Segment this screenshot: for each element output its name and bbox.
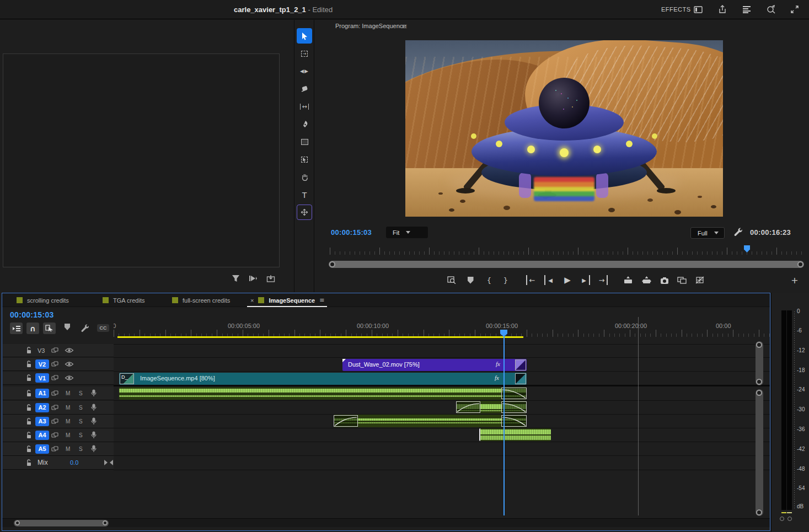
transition-in[interactable]: D_ (120, 373, 134, 384)
close-icon[interactable]: × (250, 297, 254, 304)
extract-icon[interactable] (641, 275, 651, 285)
panel-menu-icon[interactable]: ≡ (319, 297, 324, 304)
step-back-icon[interactable]: ◀ (544, 275, 554, 285)
mute-button[interactable]: M (66, 446, 70, 452)
audio-tracks-scrollbar[interactable] (756, 389, 763, 516)
audio-fade-out[interactable] (501, 388, 527, 399)
scrollbar-knob[interactable] (756, 342, 762, 348)
share-export-icon[interactable] (717, 4, 727, 14)
lock-icon[interactable] (26, 418, 32, 425)
lock-icon[interactable] (26, 390, 32, 397)
scrollbar-knob[interactable] (756, 379, 762, 385)
stacked-panels-icon[interactable] (742, 4, 752, 14)
voiceover-mic-icon[interactable] (91, 417, 97, 425)
ripple-edit-tool[interactable]: ◀▶ (297, 63, 312, 79)
mute-button[interactable]: M (66, 418, 70, 424)
transition-out[interactable] (515, 359, 526, 370)
lock-icon[interactable] (26, 347, 32, 354)
go-to-in-icon[interactable]: ← (526, 275, 536, 285)
solo-button[interactable]: S (79, 432, 83, 438)
scrollbar-knob[interactable] (756, 390, 762, 396)
lock-icon[interactable] (26, 404, 32, 411)
pen-tool[interactable] (297, 116, 312, 132)
lock-icon[interactable] (26, 445, 32, 453)
linked-selection-button[interactable] (43, 323, 56, 334)
sync-lock-icon[interactable] (51, 405, 58, 411)
fullscreen-icon[interactable] (790, 4, 800, 14)
program-scrubber[interactable] (330, 247, 804, 255)
track-target-badge[interactable]: V2 (35, 359, 49, 369)
track-target-badge[interactable]: V1 (35, 373, 49, 383)
nest-toggle-button[interactable] (10, 323, 23, 334)
track-select-forward-tool[interactable]: → (297, 46, 312, 61)
audio-fade-in[interactable] (456, 401, 480, 413)
scrollbar-knob[interactable] (756, 509, 762, 515)
sync-lock-icon[interactable] (51, 361, 58, 367)
lock-icon[interactable] (26, 432, 32, 439)
button-editor-plus-icon[interactable]: + (790, 275, 800, 285)
clip-dust-wave[interactable]: Dust_Wave_02.mov [75%] fx (342, 359, 527, 371)
keyframe-navigator-icon[interactable] (104, 460, 113, 465)
track-target-badge[interactable]: A5 (35, 444, 49, 454)
snap-toggle-button[interactable]: ∩ (26, 323, 39, 334)
sync-lock-icon[interactable] (51, 375, 58, 381)
video-tracks-scrollbar[interactable] (756, 341, 763, 385)
program-current-timecode[interactable]: 00:00:15:03 (331, 228, 372, 237)
program-video-frame[interactable] (405, 40, 723, 217)
export-frame-camera-icon[interactable] (660, 275, 669, 285)
playback-resolution-select[interactable]: Full (690, 227, 725, 239)
audio-fade-in[interactable] (334, 415, 358, 427)
panel-menu-icon[interactable]: ≡ (401, 22, 408, 30)
tab-tga-credits[interactable]: TGA credits (103, 293, 144, 307)
effects-workspace-label[interactable]: EFFECTS (661, 6, 691, 13)
zoom-level-select[interactable]: Fit (386, 227, 428, 238)
scrollbar-knob[interactable] (15, 520, 20, 525)
mark-out-icon[interactable]: } (501, 275, 511, 285)
voiceover-mic-icon[interactable] (91, 404, 97, 411)
mute-button[interactable]: M (66, 390, 70, 396)
add-marker-icon[interactable] (465, 275, 475, 285)
comparison-view-icon[interactable] (677, 275, 687, 285)
selection-tool[interactable] (297, 28, 312, 44)
mute-button[interactable]: M (66, 405, 70, 411)
toggle-track-output-eye-icon[interactable] (65, 375, 74, 381)
workspace-panel-icon[interactable] (693, 4, 703, 14)
voiceover-mic-icon[interactable] (91, 445, 97, 453)
work-area-bar[interactable] (117, 336, 523, 338)
play-button[interactable]: ▶ (562, 275, 572, 285)
multicam-toggle-icon[interactable] (695, 275, 705, 285)
lock-icon[interactable] (26, 374, 32, 381)
timeline-playhead-line[interactable] (503, 336, 505, 515)
solo-button[interactable]: S (79, 390, 83, 396)
quick-search-icon[interactable] (766, 4, 776, 14)
transform-tool[interactable] (297, 205, 312, 220)
rectangle-tool[interactable] (297, 134, 312, 149)
sequence-marker-icon[interactable] (65, 324, 70, 330)
track-target-badge[interactable]: A3 (35, 417, 49, 426)
tab-imagesequence[interactable]: × ImageSequence ≡ (250, 293, 324, 307)
audio-fade-out[interactable] (501, 401, 527, 413)
filter-funnel-icon[interactable] (232, 275, 240, 286)
scrollbar-knob[interactable] (103, 520, 108, 525)
mark-in-icon[interactable]: { (484, 275, 494, 285)
settings-wrench-icon[interactable] (733, 227, 743, 237)
timeline-settings-wrench-icon[interactable] (81, 324, 89, 332)
audio-clip-a2[interactable] (456, 401, 527, 413)
mix-level-value[interactable]: 0.0 (70, 459, 78, 466)
slip-tool[interactable]: ↔ (297, 99, 312, 114)
voiceover-mic-icon[interactable] (91, 389, 97, 397)
captions-cc-button[interactable]: CC (97, 324, 109, 332)
program-monitor-title[interactable]: Program: ImageSequence (335, 23, 406, 29)
type-tool[interactable]: T (297, 187, 312, 202)
tab-scrolling-credits[interactable]: scrolling credits (17, 293, 69, 307)
audio-clip-a3[interactable] (334, 415, 527, 427)
meter-channel-toggle[interactable] (787, 517, 792, 521)
program-scrollbar[interactable] (329, 261, 804, 268)
scrollbar-knob[interactable] (797, 261, 803, 267)
razor-tool[interactable] (297, 81, 312, 96)
track-target-badge[interactable]: A4 (35, 431, 49, 440)
track-name[interactable]: V3 (37, 347, 45, 354)
timeline-ruler[interactable]: 00:00:00 00:00:05:00 00:00:10:00 00:00:1… (114, 321, 770, 337)
toggle-track-output-eye-icon[interactable] (65, 347, 74, 353)
lock-icon[interactable] (26, 361, 32, 368)
